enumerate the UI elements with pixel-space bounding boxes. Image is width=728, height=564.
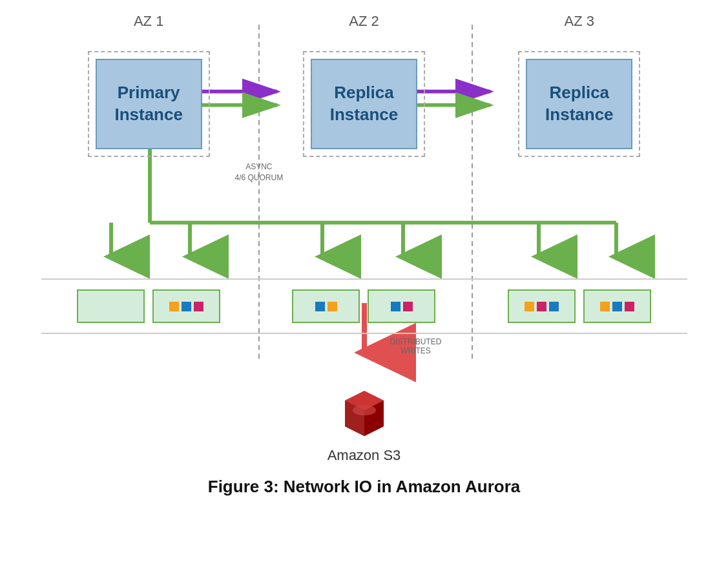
az3-storage-col [472,286,687,326]
az1-instance-cell: Primary Instance [41,51,256,157]
az1-storage-block-2 [152,289,220,323]
async-label-text: ASYNC 4/6 QUORUM [235,162,284,182]
az3-dashed-box: Replica Instance [518,51,640,157]
az-header-row: AZ 1 AZ 2 AZ 3 [41,0,687,30]
az1-label: AZ 1 [41,13,256,30]
block-blue-2 [315,302,325,311]
replica1-instance-label: Replica Instance [330,82,399,126]
block-pink-3 [537,302,546,311]
az3-label: AZ 3 [472,13,687,30]
block-blue-3 [391,302,400,311]
block-orange-1 [169,302,179,311]
s3-section: Amazon S3 [41,388,687,464]
block-blue-1 [182,302,191,311]
distributed-writes-label: DISTRIBUTED WRITES [93,337,729,355]
block-blue-4 [549,302,559,311]
replica2-instance-box: Replica Instance [526,59,632,149]
az3-storage-block-1 [508,289,576,323]
az3-instance-cell: Replica Instance [472,51,687,157]
az1-dashed-box: Primary Instance [88,51,210,157]
caption-section: Figure 3: Network IO in Amazon Aurora [208,477,520,497]
block-orange-3 [525,302,534,311]
s3-icon [338,388,390,442]
az1-storage-block-1 [77,289,145,323]
block-blue-5 [612,302,622,311]
az2-storage-col [256,286,472,326]
storage-row [41,278,687,334]
replica1-instance-box: Replica Instance [311,59,417,149]
block-pink-2 [403,302,413,311]
arrows-gap [41,175,687,278]
replica2-instance-label: Replica Instance [545,82,614,126]
az2-label: AZ 2 [256,13,472,30]
az2-storage-block-1 [292,289,360,323]
instances-row: Primary Instance Replica Instance Replic… [41,33,687,175]
primary-instance-box: Primary Instance [96,59,202,149]
distributed-writes-text: DISTRIBUTED WRITES [390,337,441,355]
block-pink-4 [625,302,634,311]
async-label: ASYNC 4/6 QUORUM [235,162,284,183]
block-orange-2 [328,302,337,311]
figure-caption: Figure 3: Network IO in Amazon Aurora [208,477,520,496]
diagram-wrapper: AZ 1 AZ 2 AZ 3 Primary Instance Replica … [41,0,687,464]
svg-point-25 [353,405,376,415]
az2-storage-block-2 [368,289,435,323]
az3-storage-block-2 [583,289,651,323]
s3-label: Amazon S3 [328,447,401,464]
block-orange-4 [600,302,610,311]
az1-storage-col [41,286,256,326]
primary-instance-label: Primary Instance [114,82,183,126]
az2-instance-cell: Replica Instance [256,51,472,157]
az2-dashed-box: Replica Instance [303,51,425,157]
block-pink-1 [194,302,203,311]
